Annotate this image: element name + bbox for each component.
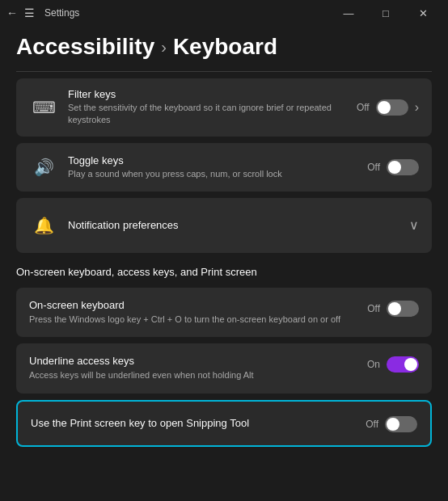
notification-preferences-title: Notification preferences [68,219,409,231]
onscreen-keyboard-title: On-screen keyboard [29,299,367,311]
filter-keys-status: Off [357,102,370,113]
notification-icon: 🔔 [29,211,58,240]
underline-access-keys-toggle[interactable] [387,356,419,373]
underline-access-keys-item[interactable]: Underline access keys Access keys will b… [16,343,432,393]
onscreen-keyboard-item[interactable]: On-screen keyboard Press the Windows log… [16,288,432,337]
toggle-keys-status: Off [367,162,380,173]
titlebar: ← ☰ Settings — □ ✕ [0,0,448,26]
onscreen-section-heading: On-screen keyboard, access keys, and Pri… [16,253,432,281]
toggle-keys-toggle-knob [388,161,401,174]
filter-keys-chevron-icon: › [415,100,419,115]
onscreen-keyboard-desc: Press the Windows logo key + Ctrl + O to… [29,314,367,326]
print-screen-item[interactable]: Use the Print screen key to open Snippin… [16,400,432,447]
toggle-keys-title: Toggle keys [68,154,367,166]
close-button[interactable]: ✕ [404,0,442,26]
filter-keys-toggle-knob [378,101,391,114]
print-screen-title: Use the Print screen key to open Snippin… [31,417,366,429]
titlebar-title: Settings [44,7,323,19]
maximize-button[interactable]: □ [367,0,404,26]
hamburger-icon[interactable]: ☰ [24,6,35,19]
back-button[interactable]: ← [6,6,18,19]
settings-content: ⌨ Filter keys Set the sensitivity of the… [0,78,448,447]
header-divider [16,71,432,72]
onscreen-keyboard-status: Off [367,303,380,314]
breadcrumb-accessibility[interactable]: Accessibility [16,34,154,60]
window-controls: — □ ✕ [330,0,442,26]
breadcrumb-chevron-icon: › [161,38,167,57]
breadcrumb-keyboard: Keyboard [173,34,277,60]
underline-access-keys-title: Underline access keys [29,355,367,367]
breadcrumb: Accessibility › Keyboard [0,26,448,71]
print-screen-toggle[interactable] [385,416,417,432]
underline-access-keys-status: On [367,359,380,370]
onscreen-keyboard-toggle[interactable] [387,301,419,317]
toggle-keys-desc: Play a sound when you press caps, num, o… [68,168,367,180]
filter-keys-icon: ⌨ [29,93,58,122]
filter-keys-item[interactable]: ⌨ Filter keys Set the sensitivity of the… [16,78,432,137]
minimize-button[interactable]: — [330,0,367,26]
notification-preferences-item[interactable]: 🔔 Notification preferences ∨ [16,198,432,253]
filter-keys-toggle[interactable] [376,99,408,116]
filter-keys-desc: Set the sensitivity of the keyboard so i… [68,102,357,127]
toggle-keys-item[interactable]: 🔊 Toggle keys Play a sound when you pres… [16,143,432,192]
print-screen-status: Off [366,419,378,430]
toggle-keys-icon: 🔊 [29,153,58,182]
notification-chevron-down-icon: ∨ [409,217,419,233]
filter-keys-title: Filter keys [68,88,357,100]
underline-access-keys-desc: Access keys will be underlined even when… [29,369,367,381]
toggle-keys-toggle[interactable] [387,159,419,175]
